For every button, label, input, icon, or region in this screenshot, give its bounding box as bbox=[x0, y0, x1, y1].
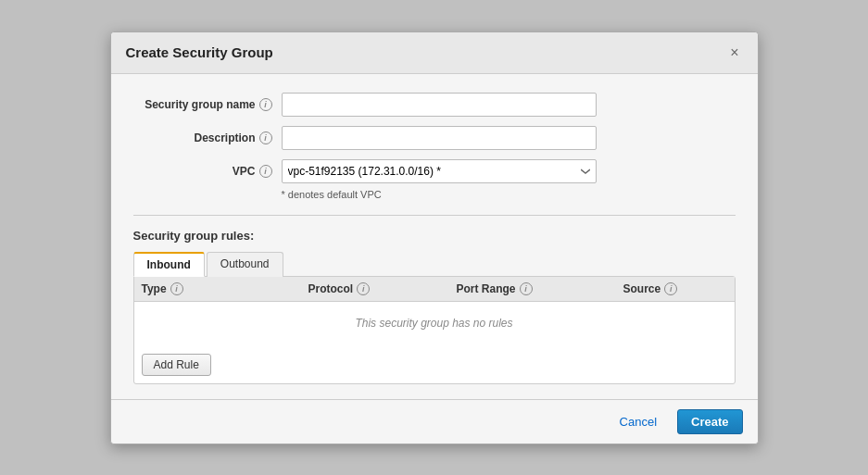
empty-rules-message: This security group has no rules bbox=[134, 302, 735, 344]
vpc-hint: * denotes default VPC bbox=[282, 189, 736, 200]
add-rule-button[interactable]: Add Rule bbox=[142, 354, 211, 376]
tab-outbound[interactable]: Outbound bbox=[207, 252, 283, 277]
security-group-name-info-icon: i bbox=[259, 98, 272, 111]
create-security-group-dialog: Create Security Group × Security group n… bbox=[110, 31, 759, 444]
rules-section-title: Security group rules: bbox=[133, 229, 736, 243]
description-input[interactable] bbox=[282, 126, 597, 150]
vpc-info-icon: i bbox=[259, 165, 272, 178]
section-divider bbox=[133, 215, 736, 216]
vpc-row: VPC i vpc-51f92135 (172.31.0.0/16) * bbox=[133, 159, 736, 183]
dialog-footer: Cancel Create bbox=[111, 399, 758, 444]
table-header: Type i Protocol i Port Range i Source i bbox=[134, 277, 735, 302]
form-section: Security group name i Description i VPC … bbox=[133, 93, 736, 200]
description-row: Description i bbox=[133, 126, 736, 150]
dialog-title: Create Security Group bbox=[126, 44, 273, 60]
tabs-container: Inbound Outbound bbox=[133, 252, 736, 277]
security-group-name-row: Security group name i bbox=[133, 93, 736, 117]
tab-content: Type i Protocol i Port Range i Source i … bbox=[133, 276, 736, 384]
type-info-icon: i bbox=[170, 282, 183, 295]
create-button[interactable]: Create bbox=[677, 409, 742, 434]
dialog-body: Security group name i Description i VPC … bbox=[111, 74, 758, 399]
col-source: Source i bbox=[623, 282, 727, 295]
vpc-label: VPC i bbox=[133, 165, 282, 178]
protocol-info-icon: i bbox=[357, 282, 370, 295]
dialog-header: Create Security Group × bbox=[111, 32, 758, 74]
port-range-info-icon: i bbox=[520, 282, 533, 295]
security-group-name-input[interactable] bbox=[282, 93, 597, 117]
source-info-icon: i bbox=[664, 282, 677, 295]
close-button[interactable]: × bbox=[726, 44, 742, 62]
col-protocol: Protocol i bbox=[308, 282, 457, 295]
add-rule-area: Add Rule bbox=[134, 344, 735, 383]
security-group-name-label: Security group name i bbox=[133, 98, 282, 111]
tab-inbound[interactable]: Inbound bbox=[133, 252, 205, 277]
col-type: Type i bbox=[142, 282, 308, 295]
col-port-range: Port Range i bbox=[457, 282, 623, 295]
description-label: Description i bbox=[133, 131, 282, 144]
cancel-button[interactable]: Cancel bbox=[607, 409, 670, 434]
description-info-icon: i bbox=[259, 131, 272, 144]
vpc-select[interactable]: vpc-51f92135 (172.31.0.0/16) * bbox=[282, 159, 597, 183]
